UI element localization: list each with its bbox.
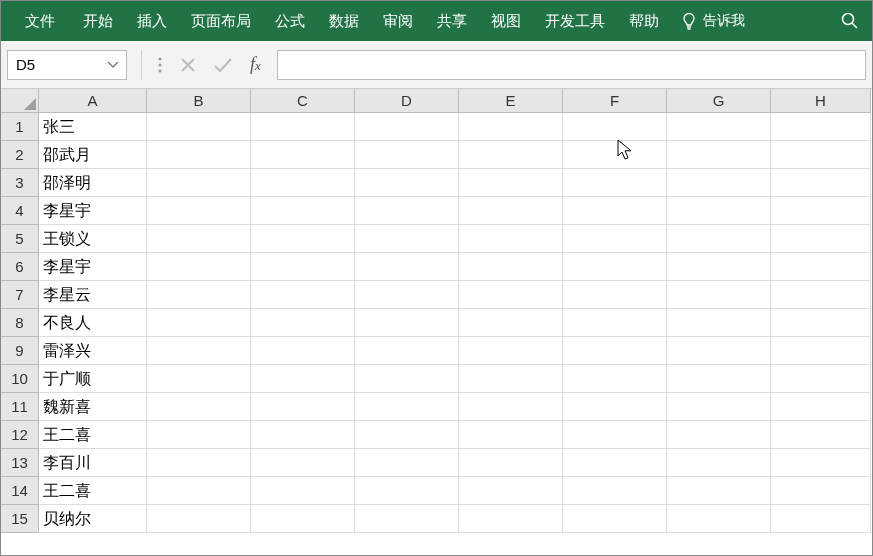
cell-G11[interactable] [667, 393, 771, 421]
ribbon-tab-data[interactable]: 数据 [317, 1, 371, 41]
cell-E6[interactable] [459, 253, 563, 281]
cell-C5[interactable] [251, 225, 355, 253]
cell-C11[interactable] [251, 393, 355, 421]
cell-E8[interactable] [459, 309, 563, 337]
cell-H3[interactable] [771, 169, 871, 197]
cell-C13[interactable] [251, 449, 355, 477]
cell-A3[interactable]: 邵泽明 [39, 169, 147, 197]
cell-H7[interactable] [771, 281, 871, 309]
row-header-4[interactable]: 4 [1, 197, 39, 225]
cell-A13[interactable]: 李百川 [39, 449, 147, 477]
cell-E13[interactable] [459, 449, 563, 477]
cell-D10[interactable] [355, 365, 459, 393]
cell-A4[interactable]: 李星宇 [39, 197, 147, 225]
cell-D13[interactable] [355, 449, 459, 477]
cell-B2[interactable] [147, 141, 251, 169]
cell-F9[interactable] [563, 337, 667, 365]
cell-D12[interactable] [355, 421, 459, 449]
row-header-8[interactable]: 8 [1, 309, 39, 337]
column-header-D[interactable]: D [355, 89, 459, 113]
cell-F10[interactable] [563, 365, 667, 393]
cell-E4[interactable] [459, 197, 563, 225]
cell-G8[interactable] [667, 309, 771, 337]
cell-A6[interactable]: 李星宇 [39, 253, 147, 281]
cell-B7[interactable] [147, 281, 251, 309]
row-header-9[interactable]: 9 [1, 337, 39, 365]
ribbon-tab-share[interactable]: 共享 [425, 1, 479, 41]
cell-A12[interactable]: 王二喜 [39, 421, 147, 449]
cell-B13[interactable] [147, 449, 251, 477]
cell-C9[interactable] [251, 337, 355, 365]
cell-F2[interactable] [563, 141, 667, 169]
cell-F1[interactable] [563, 113, 667, 141]
cell-F14[interactable] [563, 477, 667, 505]
cancel-icon[interactable] [180, 57, 196, 73]
cell-D5[interactable] [355, 225, 459, 253]
cell-C14[interactable] [251, 477, 355, 505]
cell-F4[interactable] [563, 197, 667, 225]
cell-F13[interactable] [563, 449, 667, 477]
cell-F12[interactable] [563, 421, 667, 449]
ribbon-tab-file[interactable]: 文件 [9, 1, 71, 41]
cell-B8[interactable] [147, 309, 251, 337]
cell-F6[interactable] [563, 253, 667, 281]
row-header-1[interactable]: 1 [1, 113, 39, 141]
cell-D7[interactable] [355, 281, 459, 309]
cell-A2[interactable]: 邵武月 [39, 141, 147, 169]
row-header-14[interactable]: 14 [1, 477, 39, 505]
row-header-11[interactable]: 11 [1, 393, 39, 421]
cell-A11[interactable]: 魏新喜 [39, 393, 147, 421]
column-header-B[interactable]: B [147, 89, 251, 113]
cell-C1[interactable] [251, 113, 355, 141]
cell-E7[interactable] [459, 281, 563, 309]
cell-E1[interactable] [459, 113, 563, 141]
cell-E12[interactable] [459, 421, 563, 449]
cell-B12[interactable] [147, 421, 251, 449]
cell-C10[interactable] [251, 365, 355, 393]
cell-H5[interactable] [771, 225, 871, 253]
cell-H11[interactable] [771, 393, 871, 421]
cell-D2[interactable] [355, 141, 459, 169]
cell-G2[interactable] [667, 141, 771, 169]
cell-B10[interactable] [147, 365, 251, 393]
row-header-15[interactable]: 15 [1, 505, 39, 533]
cell-G1[interactable] [667, 113, 771, 141]
cell-D9[interactable] [355, 337, 459, 365]
column-header-G[interactable]: G [667, 89, 771, 113]
cell-D3[interactable] [355, 169, 459, 197]
cell-D14[interactable] [355, 477, 459, 505]
cell-D6[interactable] [355, 253, 459, 281]
column-header-C[interactable]: C [251, 89, 355, 113]
column-header-F[interactable]: F [563, 89, 667, 113]
cell-B3[interactable] [147, 169, 251, 197]
ribbon-tab-formulas[interactable]: 公式 [263, 1, 317, 41]
row-header-2[interactable]: 2 [1, 141, 39, 169]
cell-C3[interactable] [251, 169, 355, 197]
cell-A9[interactable]: 雷泽兴 [39, 337, 147, 365]
ribbon-search[interactable] [840, 11, 864, 31]
cell-E15[interactable] [459, 505, 563, 533]
cell-A1[interactable]: 张三 [39, 113, 147, 141]
cell-C12[interactable] [251, 421, 355, 449]
cell-E2[interactable] [459, 141, 563, 169]
cell-G4[interactable] [667, 197, 771, 225]
cell-A8[interactable]: 不良人 [39, 309, 147, 337]
cell-C6[interactable] [251, 253, 355, 281]
cell-E5[interactable] [459, 225, 563, 253]
cell-A5[interactable]: 王锁义 [39, 225, 147, 253]
cell-E10[interactable] [459, 365, 563, 393]
cell-G12[interactable] [667, 421, 771, 449]
row-header-12[interactable]: 12 [1, 421, 39, 449]
name-box[interactable]: D5 [7, 50, 127, 80]
cell-F8[interactable] [563, 309, 667, 337]
column-header-A[interactable]: A [39, 89, 147, 113]
cell-C8[interactable] [251, 309, 355, 337]
cell-F7[interactable] [563, 281, 667, 309]
cell-A7[interactable]: 李星云 [39, 281, 147, 309]
row-header-7[interactable]: 7 [1, 281, 39, 309]
cell-B6[interactable] [147, 253, 251, 281]
cell-C2[interactable] [251, 141, 355, 169]
column-header-E[interactable]: E [459, 89, 563, 113]
ribbon-tab-review[interactable]: 审阅 [371, 1, 425, 41]
cell-H1[interactable] [771, 113, 871, 141]
